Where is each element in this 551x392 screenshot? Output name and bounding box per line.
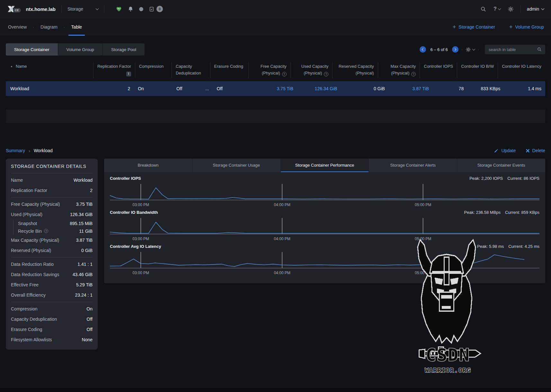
tab-storage-container-usage[interactable]: Storage Container Usage: [192, 159, 280, 172]
help-icon[interactable]: ?: [282, 72, 287, 76]
pagination-next-button[interactable]: [452, 46, 458, 53]
x-tick-label: 05:00 PM: [415, 203, 431, 207]
column-header-name[interactable]: ▲Name: [6, 62, 93, 78]
chart-current-label: Current: 86 IOPS: [507, 176, 539, 181]
column-label: Compression: [139, 64, 164, 69]
add-volume-group-button[interactable]: +Volume Group: [509, 24, 544, 30]
user-menu[interactable]: admin: [527, 6, 544, 12]
nav-item-overview[interactable]: Overview: [7, 18, 28, 36]
detail-row-filesystem-allowlists: Filesystem AllowlistsNone: [11, 335, 93, 345]
task-count-badge: 0: [156, 6, 163, 12]
column-header-erasure-coding[interactable]: Erasure Coding: [210, 62, 249, 78]
app-root: CE ntx.home.lab Storage 0: [0, 0, 551, 350]
x-tick-label: 04:00 PM: [274, 237, 290, 241]
cell-controller-io-b-w: 833 KBps: [467, 86, 504, 91]
cell-value: 833 KBps: [481, 86, 501, 91]
help-icon[interactable]: ?: [411, 72, 416, 76]
breadcrumb: Summary › Workload: [6, 148, 53, 153]
plus-icon: +: [453, 24, 456, 30]
settings-gear-icon[interactable]: [508, 6, 514, 12]
cell-value: 0 GiB: [374, 86, 385, 91]
detail-row-max-capacity-physical: Max Capacity (Physical)3.87 TiB: [11, 235, 93, 245]
help-menu[interactable]: ?: [493, 6, 501, 12]
tab-storage-container-performance[interactable]: Storage Container Performance: [280, 159, 369, 172]
table-settings-gear-icon[interactable]: [466, 47, 475, 52]
info-icon[interactable]: i: [126, 72, 131, 76]
details-panel-title: STORAGE CONTAINER DETAILS: [11, 164, 93, 173]
column-label: Erasure Coding: [214, 64, 243, 69]
tab-breakdown[interactable]: Breakdown: [104, 159, 192, 172]
empty-row: [6, 123, 545, 136]
alerts-bell-icon[interactable]: [128, 6, 134, 12]
cell-value: 78: [459, 86, 464, 91]
detail-row-name: NameWorkload: [11, 175, 93, 185]
chart-controller-avg-io-latency: Controller Avg IO LatencyPeak: 5.98 msCu…: [110, 244, 539, 276]
table-row[interactable]: Workload2OnOff...Off3.75 TiB126.34 GiB0 …: [6, 81, 545, 96]
main-content: Storage ContainerVolume GroupStorage Poo…: [0, 36, 551, 350]
chevron-right-icon: ›: [29, 148, 30, 153]
update-button[interactable]: Update: [494, 148, 516, 153]
detail-row-overall-efficiency: Overall Efficiency23.24 : 1: [11, 290, 93, 300]
chart-title: Controller IOPS: [110, 176, 141, 181]
cell-value: Workload: [10, 86, 29, 91]
column-header-compression[interactable]: Compression: [135, 62, 172, 78]
help-icon[interactable]: ?: [324, 72, 328, 76]
detail-value: 1.41 : 1: [77, 262, 93, 267]
tab-storage-container-alerts[interactable]: Storage Container Alerts: [369, 159, 457, 172]
tab-volume-group[interactable]: Volume Group: [58, 43, 102, 56]
chart-current-label: Current: 4.25 ms: [508, 244, 539, 249]
column-header-free-capacity-physical[interactable]: Free Capacity (Physical)?: [248, 62, 290, 78]
detail-label: Effective Free: [11, 282, 39, 287]
detail-header: Summary › Workload Update Delete: [6, 148, 545, 153]
column-header-reserved-capacity-physical[interactable]: Reserved Capacity (Physical): [332, 62, 378, 78]
empty-row: [6, 109, 545, 123]
table-header-row: ▲NameReplication FactoriCompressionCapac…: [6, 58, 545, 81]
health-heart-icon[interactable]: [115, 6, 122, 12]
tab-storage-container-events[interactable]: Storage Container Events: [457, 159, 545, 172]
column-label: Replication Factor: [97, 64, 131, 69]
tasks-icon[interactable]: 0: [149, 6, 163, 12]
section-menu[interactable]: Storage: [67, 6, 98, 12]
chart-title: Controller IO Bandwidth: [110, 210, 158, 215]
column-header-replication-factor[interactable]: Replication Factori: [93, 62, 135, 78]
help-icon[interactable]: ?: [44, 229, 48, 233]
username: admin: [527, 6, 539, 12]
add-storage-container-button[interactable]: +Storage Container: [453, 24, 495, 30]
cell-compression: On: [134, 86, 173, 91]
cell-reserved-capacity-physical: 0 GiB: [341, 86, 389, 91]
column-label: Controller IO Latency: [502, 64, 541, 69]
nav-item-diagram[interactable]: Diagram: [40, 18, 58, 36]
detail-group: NameWorkloadReplication Factor2: [11, 173, 93, 197]
status-dot-icon: [139, 7, 144, 12]
column-header-controller-iops[interactable]: Controller IOPS: [420, 62, 457, 78]
column-header-used-capacity-physical[interactable]: Used Capacity (Physical)?: [290, 62, 333, 78]
chevron-down-icon: [541, 7, 545, 10]
view-nav: Overview·Diagram·Table +Storage Containe…: [0, 18, 551, 36]
detail-tabs: BreakdownStorage Container UsageStorage …: [104, 159, 545, 172]
divider: [104, 5, 104, 13]
breadcrumb-summary-link[interactable]: Summary: [6, 148, 25, 153]
cell-name: Workload: [6, 86, 97, 91]
pagination-prev-button[interactable]: [420, 46, 426, 53]
table-search-input[interactable]: [488, 47, 537, 52]
detail-value: 5.29 TiB: [76, 282, 93, 287]
detail-row-reserved-physical: Reserved (Physical)0 GiB: [11, 245, 93, 256]
cell-controller-iops: 78: [433, 86, 467, 91]
chart-plot: [110, 252, 539, 269]
delete-button[interactable]: Delete: [526, 148, 545, 153]
nav-item-table[interactable]: Table: [70, 18, 83, 36]
action-label: Storage Container: [458, 24, 495, 30]
sort-asc-icon[interactable]: ▲: [10, 65, 13, 68]
column-header-controller-io-b-w[interactable]: Controller IO B/W: [457, 62, 498, 78]
tab-storage-pool[interactable]: Storage Pool: [102, 43, 145, 56]
column-header-capacity-deduplication[interactable]: Capacity Deduplication: [172, 62, 210, 78]
performance-charts: Controller IOPSPeak: 2,200 IOPSCurrent: …: [104, 172, 545, 283]
search-icon[interactable]: [480, 6, 486, 12]
detail-label: Compression: [11, 306, 37, 311]
column-header-max-capacity-physical[interactable]: Max Capacity (Physical)?: [378, 62, 420, 78]
tab-storage-container[interactable]: Storage Container: [6, 43, 58, 56]
section-menu-label: Storage: [67, 6, 83, 12]
detail-row-snapshot: Snapshot895.15 MiB: [13, 220, 93, 227]
column-header-controller-io-latency[interactable]: Controller IO Latency: [498, 62, 545, 78]
detail-row-replication-factor: Replication Factor2: [11, 185, 93, 196]
